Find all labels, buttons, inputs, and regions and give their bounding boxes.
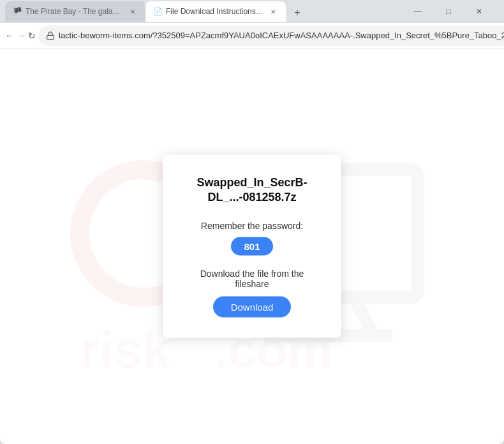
- svg-text:risk: risk: [80, 322, 171, 374]
- password-badge: 801: [231, 237, 272, 255]
- restore-button[interactable]: □: [434, 2, 463, 21]
- chrome-window: 🏴 The Pirate Bay - The galaxy's m... ✕ 📄…: [0, 0, 504, 444]
- password-label: Remember the password:: [193, 220, 311, 230]
- forward-button[interactable]: →: [17, 27, 26, 45]
- lock-icon: [46, 31, 55, 40]
- back-button[interactable]: ←: [5, 27, 14, 45]
- new-tab-button[interactable]: +: [288, 4, 306, 22]
- download-card: Swapped_In_SecrB-DL_...-081258.7z Rememb…: [163, 155, 341, 338]
- tab-close-1[interactable]: ✕: [128, 6, 138, 17]
- tab-title-2: File Download Instructions for ...: [166, 7, 264, 16]
- tab-favicon-2: 📄: [153, 7, 162, 16]
- tab-favicon-1: 🏴: [13, 7, 22, 16]
- tab-close-2[interactable]: ✕: [268, 6, 278, 17]
- nav-bar: ← → ↻ lactic-beworm-items.com/?352509=AP…: [0, 23, 504, 48]
- title-bar: 🏴 The Pirate Bay - The galaxy's m... ✕ 📄…: [0, 0, 504, 23]
- tab-title-1: The Pirate Bay - The galaxy's m...: [26, 7, 124, 16]
- svg-rect-0: [47, 35, 54, 39]
- refresh-button[interactable]: ↻: [28, 27, 36, 45]
- tab-file-download[interactable]: 📄 File Download Instructions for ... ✕: [145, 1, 286, 22]
- window-controls: — □ ✕: [403, 2, 494, 21]
- url-text: lactic-beworm-items.com/?352509=APZacmf9…: [59, 31, 504, 40]
- close-button[interactable]: ✕: [464, 2, 494, 21]
- minimize-button[interactable]: —: [403, 2, 433, 21]
- tab-list: 🏴 The Pirate Bay - The galaxy's m... ✕ 📄…: [5, 1, 403, 22]
- tab-pirate-bay[interactable]: 🏴 The Pirate Bay - The galaxy's m... ✕: [5, 1, 145, 22]
- fileshare-label: Download the file from the fileshare: [193, 268, 311, 288]
- filename: Swapped_In_SecrB-DL_...-081258.7z: [193, 175, 311, 205]
- address-bar[interactable]: lactic-beworm-items.com/?352509=APZacmf9…: [38, 26, 504, 46]
- download-button[interactable]: Download: [213, 296, 292, 317]
- page-content: risk .com Swapped_In_SecrB-DL_...-081258…: [0, 48, 504, 444]
